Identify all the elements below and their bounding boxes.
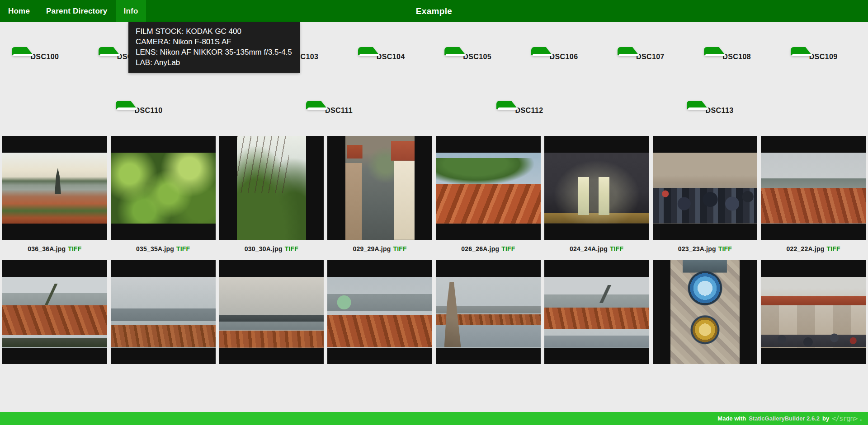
photo-thumbnail-link[interactable] (219, 260, 324, 364)
photo-filename: 022_22A.jpg (786, 245, 824, 252)
gallery-item (653, 260, 758, 364)
footer-made-with: Made with (717, 415, 746, 422)
gallery-item: 035_35A.jpgTIFF (111, 136, 216, 260)
photo (2, 153, 107, 224)
photo-caption: 024_24A.jpgTIFF (544, 244, 649, 254)
tooltip-lab: LAB: AnyLab (136, 57, 292, 68)
page-title: Example (416, 0, 452, 22)
photo (544, 277, 649, 348)
photo-caption: 026_26A.jpgTIFF (436, 244, 541, 254)
photo (2, 277, 107, 348)
photo-thumbnail-link[interactable] (327, 260, 432, 364)
photo-filename: 036_36A.jpg (28, 245, 66, 252)
photo (327, 277, 432, 348)
photo-filename: 035_35A.jpg (136, 245, 174, 252)
folder-item[interactable]: DSC105 (444, 47, 510, 61)
photo-thumbnail-link[interactable] (761, 260, 866, 364)
gallery-item (2, 260, 107, 364)
photo (436, 153, 541, 224)
folder-item[interactable]: DSC108 (704, 47, 769, 61)
gallery-item (436, 260, 541, 364)
gallery-item: 036_36A.jpgTIFF (2, 136, 107, 260)
tooltip-film-stock: FILM STOCK: KODAK GC 400 (136, 26, 292, 37)
tiff-link[interactable]: TIFF (718, 245, 732, 252)
photo-filename: 024_24A.jpg (570, 245, 608, 252)
photo-caption: 022_22A.jpgTIFF (761, 244, 866, 254)
photo (544, 153, 649, 224)
gallery-item (111, 260, 216, 364)
photo-thumbnail-link[interactable] (653, 136, 758, 240)
nav-item-parent-directory[interactable]: Parent Directory (38, 0, 115, 22)
tiff-link[interactable]: TIFF (826, 245, 840, 252)
photo-thumbnail-link[interactable] (111, 260, 216, 364)
photo-thumbnail-link[interactable] (761, 136, 866, 240)
photo (111, 153, 216, 224)
tiff-link[interactable]: TIFF (285, 245, 298, 252)
footer: Made with StaticGalleryBuilder 2.6.2 by … (0, 412, 868, 425)
photo-filename: 030_30A.jpg (245, 245, 283, 252)
photo-filename: 026_26A.jpg (461, 245, 499, 252)
gallery-item (327, 260, 432, 364)
tooltip-lens: LENS: Nikon AF NIKKOR 35-135mm f/3.5-4.5 (136, 47, 292, 57)
photo-thumbnail-link[interactable] (219, 136, 324, 240)
folder-item[interactable]: DSC100 (12, 47, 77, 61)
tooltip-camera: CAMERA: Nikon F-801S AF (136, 37, 292, 47)
tiff-link[interactable]: TIFF (68, 245, 81, 252)
photo-thumbnail-link[interactable] (2, 260, 107, 364)
photo-thumbnail-link[interactable] (544, 136, 649, 240)
gallery-item: 026_26A.jpgTIFF (436, 136, 541, 260)
tiff-link[interactable]: TIFF (393, 245, 406, 252)
photo-thumbnail-link[interactable] (327, 136, 432, 240)
photo (653, 153, 758, 224)
photo-filename: 023_23A.jpg (678, 245, 716, 252)
tiff-link[interactable]: TIFF (176, 245, 190, 252)
info-tooltip: FILM STOCK: KODAK GC 400 CAMERA: Nikon F… (128, 22, 300, 73)
footer-by: by (822, 415, 829, 422)
gallery-item (761, 260, 866, 364)
gallery-item: 023_23A.jpgTIFF (653, 136, 758, 260)
photo (761, 277, 866, 348)
photo (670, 260, 740, 364)
photo-thumbnail-link[interactable] (653, 260, 758, 364)
folder-item[interactable]: DSC113 (687, 101, 752, 115)
tiff-link[interactable]: TIFF (610, 245, 623, 252)
gallery-item (544, 260, 649, 364)
photo (345, 136, 415, 240)
gallery-item: 030_30A.jpgTIFF (219, 136, 324, 260)
photo-caption: 030_30A.jpgTIFF (219, 244, 324, 254)
photo-caption: 029_29A.jpgTIFF (327, 244, 432, 254)
photo-thumbnail-link[interactable] (2, 136, 107, 240)
photo-filename: 029_29A.jpg (353, 245, 391, 252)
photo-thumbnail-link[interactable] (436, 260, 541, 364)
photo-caption: 035_35A.jpgTIFF (111, 244, 216, 254)
photo (436, 277, 541, 348)
navbar: Home Parent Directory Info Example (0, 0, 868, 22)
folder-item[interactable]: DSC112 (496, 101, 562, 115)
photo-thumbnail-link[interactable] (544, 260, 649, 364)
photo-thumbnail-link[interactable] (436, 136, 541, 240)
gallery-item: 024_24A.jpgTIFF (544, 136, 649, 260)
folder-item[interactable]: DSC110 (116, 101, 181, 115)
gallery-item (219, 260, 324, 364)
photo-caption: 023_23A.jpgTIFF (653, 244, 758, 254)
photo-grid: 036_36A.jpgTIFF 035_35A.jpgTIFF 030_30A.… (0, 136, 868, 364)
folder-item[interactable]: DSC111 (306, 101, 372, 115)
photo-thumbnail-link[interactable] (111, 136, 216, 240)
srgn-logo[interactable]: </srgn> (832, 415, 857, 423)
gallery-item: 022_22A.jpgTIFF (761, 136, 866, 260)
photo-caption: 036_36A.jpgTIFF (2, 244, 107, 254)
gallery-item: 029_29A.jpgTIFF (327, 136, 432, 260)
photo (111, 277, 216, 348)
builder-link[interactable]: StaticGalleryBuilder 2.6.2 (749, 415, 820, 422)
photo (219, 277, 324, 348)
nav-item-home[interactable]: Home (0, 0, 38, 22)
folder-item[interactable]: DSC107 (618, 47, 683, 61)
footer-dot: . (860, 415, 862, 422)
nav-item-info[interactable]: Info (116, 0, 146, 22)
folder-item[interactable]: DSC104 (358, 47, 424, 61)
photo (237, 136, 306, 240)
photo (761, 153, 866, 224)
tiff-link[interactable]: TIFF (501, 245, 515, 252)
folder-item[interactable]: DSC109 (791, 47, 856, 61)
folder-item[interactable]: DSC106 (531, 47, 597, 61)
